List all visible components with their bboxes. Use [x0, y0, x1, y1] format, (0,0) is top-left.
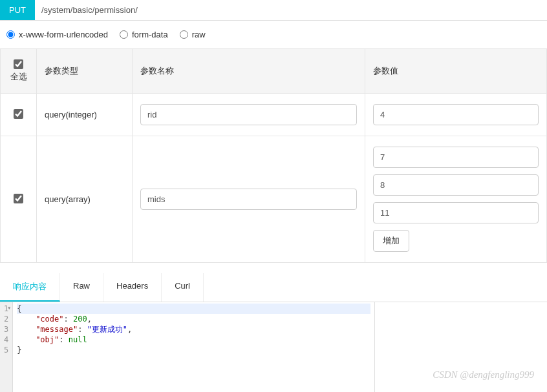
- param-value-input[interactable]: [373, 174, 539, 196]
- tab-response-content[interactable]: 响应内容: [0, 273, 60, 302]
- http-method-badge[interactable]: PUT: [0, 0, 35, 20]
- response-body-viewer: 12345 { "code": 200, "message": "更新成功", …: [0, 302, 375, 392]
- col-param-type: 参数类型: [37, 49, 133, 94]
- row-checkbox[interactable]: [14, 109, 23, 119]
- param-type-cell: query(array): [37, 136, 133, 263]
- line-gutter: 12345: [0, 302, 13, 392]
- tab-raw[interactable]: Raw: [60, 273, 103, 302]
- body-type-selector: x-www-form-urlencoded form-data raw: [0, 21, 547, 48]
- row-checkbox[interactable]: [14, 194, 23, 203]
- param-value-input[interactable]: [373, 104, 539, 125]
- tab-curl[interactable]: Curl: [162, 273, 204, 302]
- col-select-all: 全选: [1, 49, 37, 94]
- table-row: query(integer): [1, 94, 547, 136]
- param-name-input[interactable]: [140, 104, 357, 125]
- param-type-cell: query(integer): [37, 94, 133, 136]
- table-row: query(array) 增加: [1, 136, 547, 263]
- url-input[interactable]: [35, 0, 547, 20]
- params-table: 全选 参数类型 参数名称 参数值 query(integer) query(ar…: [0, 48, 547, 263]
- select-all-checkbox[interactable]: [14, 59, 23, 69]
- response-tabs: 响应内容 Raw Headers Curl: [0, 273, 547, 302]
- param-name-input[interactable]: [140, 189, 357, 210]
- col-param-name: 参数名称: [133, 49, 365, 94]
- param-value-input[interactable]: [373, 147, 539, 168]
- response-code[interactable]: { "code": 200, "message": "更新成功", "obj":…: [13, 302, 374, 392]
- body-type-urlencoded[interactable]: x-www-form-urlencoded: [6, 30, 108, 39]
- param-value-input[interactable]: [373, 202, 539, 223]
- col-param-value: 参数值: [365, 49, 547, 94]
- body-type-formdata[interactable]: form-data: [120, 30, 168, 39]
- add-value-button[interactable]: 增加: [373, 230, 409, 252]
- tab-headers[interactable]: Headers: [103, 273, 162, 302]
- watermark: CSDN @dengfengling999: [433, 369, 534, 380]
- body-type-raw[interactable]: raw: [180, 30, 206, 39]
